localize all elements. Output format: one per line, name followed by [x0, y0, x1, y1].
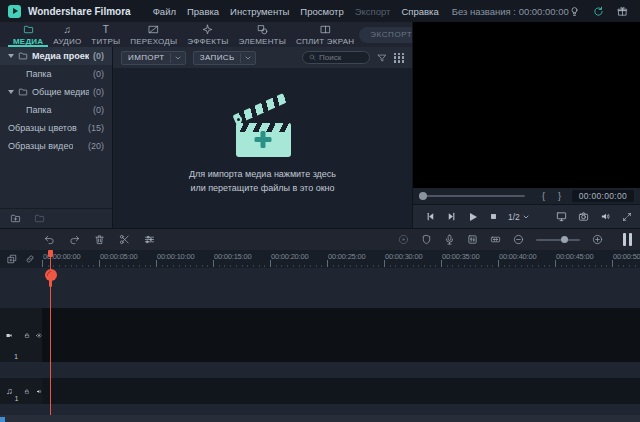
fullscreen-icon[interactable] [622, 212, 632, 222]
music-note-icon: ♫ [63, 24, 71, 35]
gift-icon[interactable] [617, 6, 628, 17]
item-count: (15) [88, 123, 104, 133]
split-screen-icon [320, 24, 331, 35]
seek-slider-thumb[interactable] [419, 192, 427, 200]
tips-bulb-icon[interactable] [569, 6, 580, 17]
tab-audio[interactable]: ♫ АУДИО [48, 22, 86, 47]
video-track[interactable]: 1 [0, 308, 640, 362]
sidebar-item-color-samples[interactable]: Образцы цветов (15) [0, 119, 112, 137]
lock-icon[interactable] [24, 387, 30, 396]
import-button[interactable]: ИМПОРТ [121, 51, 186, 65]
tab-media[interactable]: МЕДИА [8, 22, 48, 47]
volume-speaker-icon[interactable] [600, 211, 611, 222]
play-button[interactable] [467, 211, 479, 223]
timeline-zoom-thumb[interactable] [561, 236, 568, 243]
record-dropdown-arrow[interactable] [240, 53, 255, 63]
detach-monitor-icon[interactable] [556, 211, 567, 222]
media-import-dropzone[interactable]: Для импорта медиа нажмите здесь или пере… [113, 68, 412, 228]
timeline-empty-band [0, 362, 640, 378]
menu-file[interactable]: Файл [153, 6, 176, 17]
zoom-to-fit-icon[interactable] [490, 234, 501, 245]
timeline-ruler[interactable]: 00:00:00:0000:00:05:0000:00:10:0000:00:1… [0, 250, 640, 268]
sidebar-footer-tools [0, 208, 112, 228]
timeline: 00:00:00:0000:00:05:0000:00:10:0000:00:1… [0, 250, 640, 422]
track-number: 1 [15, 395, 19, 404]
sidebar-item-shared-media[interactable]: Общие медиа (0) [0, 83, 112, 101]
split-scissors-icon[interactable] [119, 234, 130, 245]
title-bar: Wondershare Filmora Файл Правка Инструме… [0, 0, 640, 22]
snapshot-camera-icon[interactable] [578, 211, 589, 222]
chevron-down-icon [175, 55, 181, 61]
search-icon [309, 54, 316, 61]
media-toolbar: ИМПОРТ ЗАПИСЬ [113, 47, 412, 68]
app-title: Wondershare Filmora [28, 6, 131, 17]
seek-slider[interactable] [419, 195, 525, 197]
menu-help[interactable]: Справка [401, 6, 438, 17]
thumbnail-grid-view-icon[interactable] [394, 53, 404, 63]
filmora-logo-icon [8, 5, 21, 18]
menu-export: Экспорт [355, 6, 391, 17]
tab-titles[interactable]: T ТИТРЫ [86, 22, 125, 47]
menu-bar: Файл Правка Инструменты Просмотр Экспорт… [153, 6, 439, 17]
redo-icon[interactable] [69, 234, 80, 245]
item-count: (0) [93, 69, 104, 79]
video-track-header: 1 [0, 308, 42, 362]
tab-elements[interactable]: ЭЛЕМЕНТЫ [234, 22, 291, 47]
caret-down-icon[interactable] [8, 54, 14, 58]
item-count: (20) [88, 141, 104, 151]
lock-icon[interactable] [24, 331, 30, 340]
folder-icon [18, 51, 28, 61]
undo-icon[interactable] [44, 234, 55, 245]
playhead-top-marker[interactable] [48, 250, 53, 257]
zoom-out-icon[interactable] [513, 234, 524, 245]
ruler-ticks [42, 260, 640, 267]
audio-track[interactable]: ♫ 1 [0, 378, 640, 404]
timeline-zoom-slider[interactable] [536, 239, 580, 241]
tab-split-screen[interactable]: СПЛИТ ЭКРАН [291, 22, 359, 47]
delete-trash-icon[interactable] [94, 234, 105, 245]
previous-frame-button[interactable] [425, 211, 436, 222]
sidebar-item-video-samples[interactable]: Образцы видео (20) [0, 137, 112, 155]
sidebar-item-project-media[interactable]: Медиа проекта (0) [0, 47, 112, 65]
render-preview-icon [398, 234, 409, 245]
effects-sparkle-icon [202, 24, 213, 35]
elements-shapes-icon [257, 24, 268, 35]
update-refresh-icon[interactable] [593, 6, 604, 17]
titles-t-icon: T [103, 24, 109, 35]
audio-mixer-icon[interactable] [467, 234, 478, 245]
mute-speaker-icon[interactable] [36, 387, 42, 396]
tab-transitions[interactable]: ПЕРЕХОДЫ [125, 22, 182, 47]
playback-speed-dropdown[interactable]: 1/2 [508, 212, 529, 222]
sidebar-item-folder-1[interactable]: Папка (0) [0, 65, 112, 83]
delete-folder-icon [34, 213, 45, 224]
preview-scrub-row: {} 00:00:00:00 [413, 188, 640, 204]
project-title: Без названия : 00:00:00:00 [452, 6, 569, 17]
video-camera-icon [6, 331, 12, 340]
zoom-in-icon[interactable] [592, 234, 603, 245]
eye-visibility-icon[interactable] [36, 331, 42, 340]
menu-tools[interactable]: Инструменты [230, 6, 289, 17]
mark-in-out-icons[interactable]: {} [542, 191, 561, 201]
voiceover-mic-icon[interactable] [444, 234, 455, 245]
tab-effects[interactable]: ЭФФЕКТЫ [182, 22, 233, 47]
next-frame-button[interactable] [446, 211, 457, 222]
filter-funnel-icon[interactable] [377, 53, 387, 63]
timeline-scrollbar-area[interactable] [0, 415, 640, 422]
search-box[interactable] [302, 51, 370, 64]
record-button[interactable]: ЗАПИСЬ [193, 51, 256, 65]
adjust-sliders-icon[interactable] [144, 234, 155, 245]
caret-down-icon[interactable] [8, 90, 14, 94]
media-library-sidebar: Медиа проекта (0) Папка (0) Общие медиа … [0, 47, 113, 228]
menu-view[interactable]: Просмотр [300, 6, 343, 17]
menu-edit[interactable]: Правка [187, 6, 219, 17]
item-count: (0) [93, 87, 104, 97]
stop-button[interactable] [489, 212, 498, 221]
import-dropdown-arrow[interactable] [170, 53, 185, 63]
preview-timecode: 00:00:00:00 [572, 190, 634, 202]
marker-shield-icon[interactable] [421, 234, 432, 245]
folder-icon [23, 24, 34, 35]
search-input[interactable] [319, 53, 363, 62]
sidebar-item-folder-2[interactable]: Папка (0) [0, 101, 112, 119]
track-size-toggle-icon[interactable] [623, 233, 633, 246]
add-folder-icon[interactable] [10, 213, 21, 224]
